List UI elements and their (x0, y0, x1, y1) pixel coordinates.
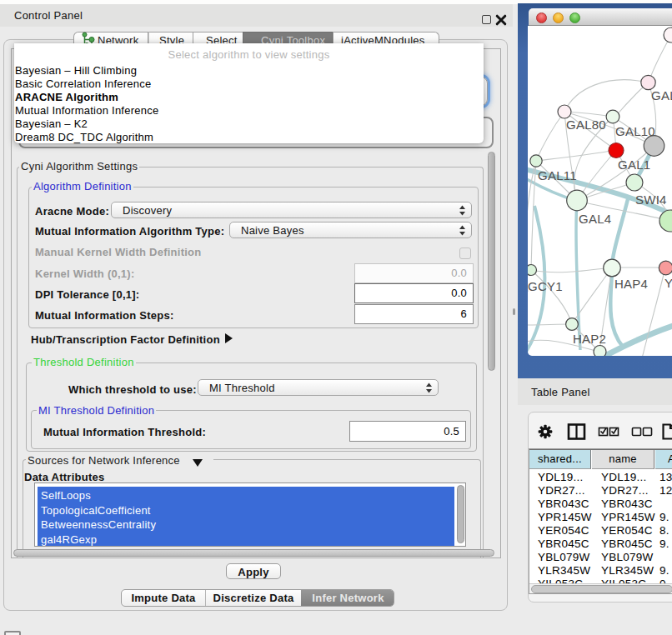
svg-text:HAP2: HAP2 (573, 332, 606, 346)
svg-text:Y: Y (664, 276, 672, 290)
svg-text:GCY1: GCY1 (528, 279, 563, 293)
svg-text:GAL80: GAL80 (566, 118, 606, 132)
svg-text:GAL7: GAL7 (651, 88, 672, 102)
svg-text:GAL11: GAL11 (538, 168, 577, 182)
svg-text:GAL10: GAL10 (615, 124, 655, 138)
svg-text:GAL1: GAL1 (618, 158, 650, 172)
svg-text:GAL4: GAL4 (579, 212, 611, 226)
svg-text:SWI4: SWI4 (635, 192, 667, 207)
svg-text:HAP4: HAP4 (614, 277, 648, 291)
